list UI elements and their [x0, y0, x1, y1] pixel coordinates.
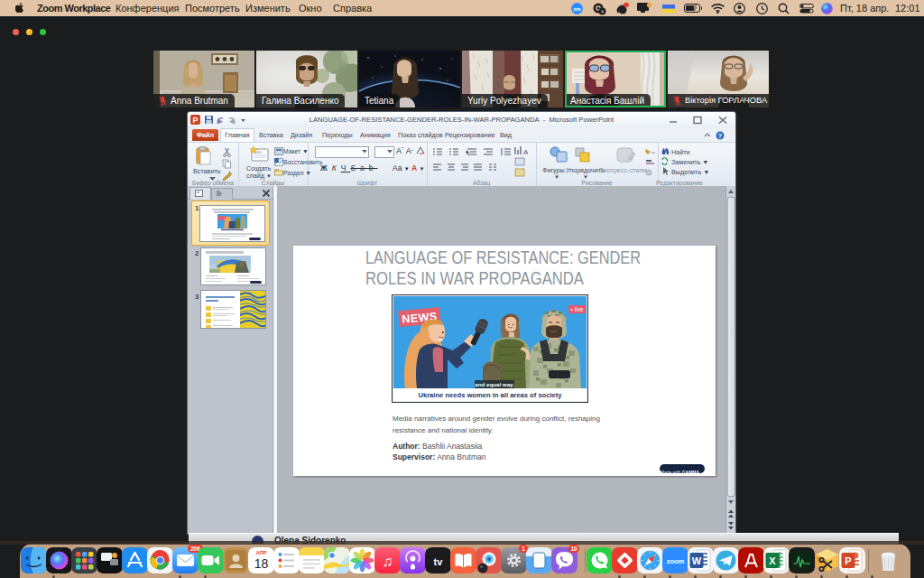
svg-text:tv: tv	[434, 556, 444, 567]
svg-text:ROLES IN WAR PROPAGANDA: ROLES IN WAR PROPAGANDA	[365, 268, 584, 288]
svg-text:♫: ♫	[383, 554, 393, 569]
svg-text:P: P	[845, 555, 851, 566]
svg-text:• live: • live	[571, 306, 584, 312]
svg-text:18: 18	[254, 556, 269, 571]
svg-text:LANGUAGE OF RESISTANCE: GENDER: LANGUAGE OF RESISTANCE: GENDER	[365, 247, 641, 267]
svg-text:АПР: АПР	[256, 550, 267, 555]
svg-text:zm: zm	[573, 6, 580, 12]
svg-text:X: X	[769, 555, 776, 566]
svg-text:A: A	[523, 148, 528, 156]
svg-text:W: W	[692, 555, 702, 566]
svg-text:?: ?	[718, 133, 722, 139]
svg-text:zoom: zoom	[667, 557, 685, 565]
svg-text:Ukraine needs women in all are: Ukraine needs women in all areas of soci…	[418, 391, 562, 399]
svg-text:and equal way.: and equal way.	[475, 381, 514, 387]
